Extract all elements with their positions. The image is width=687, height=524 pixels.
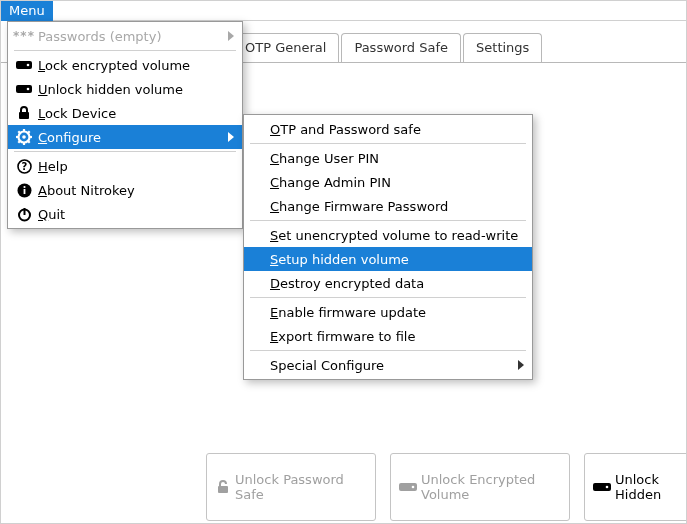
main-menu-dropdown: *** Passwords (empty) Lock encrypted vol… xyxy=(7,21,243,229)
submenu-item-label: Special Configure xyxy=(270,358,384,373)
unlock-encrypted-volume-button[interactable]: Unlock Encrypted Volume xyxy=(390,453,570,521)
bottom-button-row: Unlock Password Safe Unlock Encrypted Vo… xyxy=(196,453,686,523)
button-label: Unlock Password Safe xyxy=(235,472,367,502)
unlock-hidden-button[interactable]: Unlock Hidden xyxy=(584,453,687,521)
power-icon xyxy=(14,207,34,222)
drive-icon xyxy=(14,83,34,95)
menu-item-passwords: *** Passwords (empty) xyxy=(8,24,242,48)
menu-button[interactable]: Menu xyxy=(1,1,53,21)
configure-submenu: OTP and Password safe Change User PIN Ch… xyxy=(243,114,533,380)
tab-settings[interactable]: Settings xyxy=(463,33,542,62)
tab-otp-general[interactable]: OTP General xyxy=(241,33,339,62)
submenu-item-label: Set unencrypted volume to read-write xyxy=(270,228,518,243)
submenu-item-change-fw-pw[interactable]: Change Firmware Password xyxy=(244,194,532,218)
submenu-item-label: Change Admin PIN xyxy=(270,175,391,190)
svg-text:?: ? xyxy=(21,161,27,172)
menu-item-label: Lock Device xyxy=(38,106,116,121)
drive-icon xyxy=(593,481,611,493)
svg-point-6 xyxy=(22,135,26,139)
menu-item-label: Passwords (empty) xyxy=(38,29,161,44)
submenu-item-special-configure[interactable]: Special Configure xyxy=(244,353,532,377)
svg-rect-2 xyxy=(16,85,32,93)
menu-item-label: About Nitrokey xyxy=(38,183,135,198)
menu-item-label: Unlock hidden volume xyxy=(38,82,183,97)
submenu-item-label: OTP and Password safe xyxy=(270,122,421,137)
submenu-item-destroy-encrypted[interactable]: Destroy encrypted data xyxy=(244,271,532,295)
submenu-item-enable-fw-update[interactable]: Enable firmware update xyxy=(244,300,532,324)
menu-item-about[interactable]: About Nitrokey xyxy=(8,178,242,202)
menu-item-label: Help xyxy=(38,159,68,174)
submenu-item-change-user-pin[interactable]: Change User PIN xyxy=(244,146,532,170)
svg-rect-0 xyxy=(16,61,32,69)
svg-point-19 xyxy=(23,185,25,187)
chevron-right-icon xyxy=(518,360,524,370)
svg-rect-22 xyxy=(218,486,228,493)
help-icon: ? xyxy=(14,159,34,174)
menu-item-help[interactable]: ? Help xyxy=(8,154,242,178)
button-label: Unlock Hidden xyxy=(615,472,687,502)
svg-point-24 xyxy=(412,486,415,489)
menu-item-configure[interactable]: Configure xyxy=(8,125,242,149)
menu-item-unlock-hidden[interactable]: Unlock hidden volume xyxy=(8,77,242,101)
submenu-item-setup-hidden[interactable]: Setup hidden volume xyxy=(244,247,532,271)
svg-line-13 xyxy=(18,141,20,143)
gear-icon xyxy=(14,129,34,145)
menu-item-lock-device[interactable]: Lock Device xyxy=(8,101,242,125)
submenu-item-label: Setup hidden volume xyxy=(270,252,409,267)
svg-point-1 xyxy=(27,64,30,67)
submenu-item-label: Change User PIN xyxy=(270,151,379,166)
chevron-right-icon xyxy=(228,31,234,41)
svg-line-11 xyxy=(18,131,20,133)
submenu-item-change-admin-pin[interactable]: Change Admin PIN xyxy=(244,170,532,194)
menu-item-lock-encrypted[interactable]: Lock encrypted volume xyxy=(8,53,242,77)
submenu-item-otp-pwsafe[interactable]: OTP and Password safe xyxy=(244,117,532,141)
menu-item-label: Lock encrypted volume xyxy=(38,58,190,73)
svg-point-3 xyxy=(27,88,30,91)
menu-item-label: Quit xyxy=(38,207,65,222)
chevron-right-icon xyxy=(228,132,234,142)
svg-line-12 xyxy=(28,141,30,143)
svg-point-26 xyxy=(606,486,609,489)
svg-rect-18 xyxy=(23,189,25,194)
asterisks-icon: *** xyxy=(14,29,34,43)
submenu-item-label: Change Firmware Password xyxy=(270,199,448,214)
drive-icon xyxy=(14,59,34,71)
unlock-icon xyxy=(215,479,231,495)
drive-icon xyxy=(399,481,417,493)
submenu-item-set-unencrypted-rw[interactable]: Set unencrypted volume to read-write xyxy=(244,223,532,247)
button-label: Unlock Encrypted Volume xyxy=(421,472,561,502)
svg-line-14 xyxy=(28,131,30,133)
menu-item-label: Configure xyxy=(38,130,101,145)
submenu-item-label: Enable firmware update xyxy=(270,305,426,320)
unlock-password-safe-button[interactable]: Unlock Password Safe xyxy=(206,453,376,521)
submenu-item-label: Export firmware to file xyxy=(270,329,415,344)
menu-item-quit[interactable]: Quit xyxy=(8,202,242,226)
info-icon xyxy=(14,183,34,198)
svg-rect-4 xyxy=(19,112,29,119)
menubar: Menu xyxy=(1,1,686,21)
tab-password-safe[interactable]: Password Safe xyxy=(341,33,461,62)
submenu-item-label: Destroy encrypted data xyxy=(270,276,424,291)
submenu-item-export-fw[interactable]: Export firmware to file xyxy=(244,324,532,348)
lock-icon xyxy=(14,106,34,120)
